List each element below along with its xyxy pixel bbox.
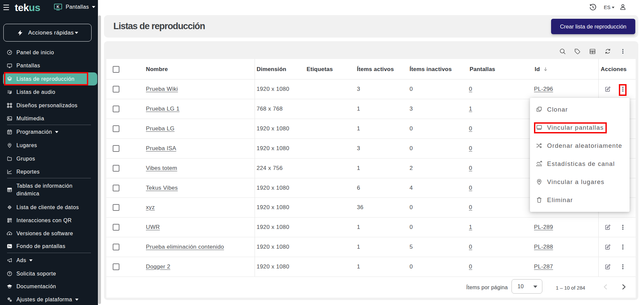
- svg-text:K: K: [57, 5, 59, 9]
